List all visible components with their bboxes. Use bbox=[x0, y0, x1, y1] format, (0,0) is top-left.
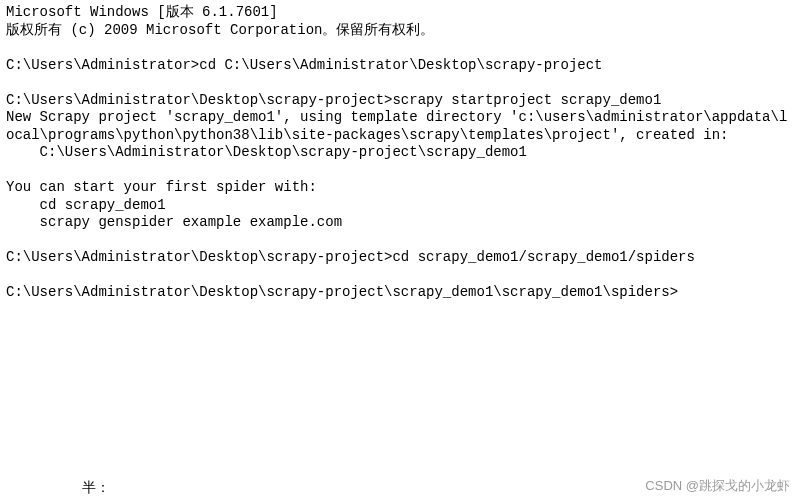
terminal-line: scrapy genspider example example.com bbox=[6, 214, 794, 232]
terminal-line: Microsoft Windows [版本 6.1.7601] bbox=[6, 4, 794, 22]
terminal-line: You can start your first spider with: bbox=[6, 179, 794, 197]
terminal-line: C:\Users\Administrator\Desktop\scrapy-pr… bbox=[6, 249, 794, 267]
terminal-output[interactable]: Microsoft Windows [版本 6.1.7601]版权所有 (c) … bbox=[6, 4, 794, 302]
terminal-line bbox=[6, 267, 794, 285]
terminal-line: C:\Users\Administrator\Desktop\scrapy-pr… bbox=[6, 144, 794, 162]
cropped-text-fragment: 半： bbox=[82, 479, 110, 497]
terminal-line: New Scrapy project 'scrapy_demo1', using… bbox=[6, 109, 794, 144]
watermark-text: CSDN @跳探戈的小龙虾 bbox=[645, 478, 790, 494]
terminal-line bbox=[6, 74, 794, 92]
terminal-line bbox=[6, 162, 794, 180]
terminal-line: 版权所有 (c) 2009 Microsoft Corporation。保留所有… bbox=[6, 22, 794, 40]
terminal-line: C:\Users\Administrator>cd C:\Users\Admin… bbox=[6, 57, 794, 75]
terminal-line bbox=[6, 232, 794, 250]
terminal-line: C:\Users\Administrator\Desktop\scrapy-pr… bbox=[6, 284, 794, 302]
terminal-line: C:\Users\Administrator\Desktop\scrapy-pr… bbox=[6, 92, 794, 110]
terminal-line: cd scrapy_demo1 bbox=[6, 197, 794, 215]
terminal-line bbox=[6, 39, 794, 57]
